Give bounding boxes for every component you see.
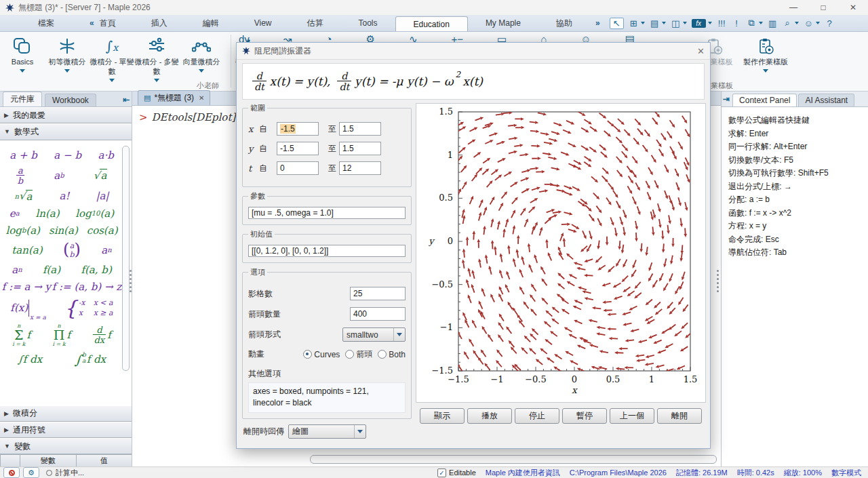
chevron-down-icon[interactable]	[759, 22, 763, 24]
save-file-button[interactable]: ◫	[669, 18, 688, 29]
expand-panel-icon[interactable]: ⇥	[723, 94, 730, 104]
palette-item-4-2[interactable]: cos(a)	[87, 224, 118, 237]
palette-item-9-0[interactable]: nΣi = kf	[12, 323, 31, 347]
palette-item-5-1[interactable]: (ab)	[63, 241, 81, 259]
select-tool-button[interactable]: ↖	[608, 17, 625, 30]
palette-item-3-1[interactable]: ln(a)	[35, 207, 59, 220]
tutor-item-calculus-multi[interactable]: 微積分 - 多變數	[134, 35, 179, 82]
menu-item-3[interactable]: 編輯	[185, 15, 237, 31]
make-assignment-template-item[interactable]: 製作作業樣版	[736, 35, 795, 73]
chevron-down-icon[interactable]	[662, 22, 666, 24]
open-file-button[interactable]: ▤	[648, 18, 667, 29]
initial-values-field[interactable]: [[0, 1.2, 0], [0, 0, 1.2]]	[248, 245, 406, 257]
worksheet-tab[interactable]: ▤ *無標題 (3) ✕	[138, 90, 210, 105]
menu-item-0[interactable]: 檔案	[20, 15, 72, 31]
section-math[interactable]: ▼ 數學式	[0, 123, 132, 140]
menu-item-8[interactable]: My Maple	[468, 15, 538, 31]
execute-fx-button[interactable]: fx	[690, 18, 713, 28]
palette-item-5-2[interactable]: an	[101, 244, 111, 256]
account-button[interactable]: ☺	[802, 18, 821, 29]
palette-item-8-1[interactable]: {-xx < axx ≥ a	[64, 298, 113, 319]
plot-button-3[interactable]: 暫停	[562, 408, 607, 424]
paste-button[interactable]: ▥	[766, 18, 779, 29]
section-calculus[interactable]: ▶ 微積分	[0, 405, 132, 422]
chevron-down-icon[interactable]	[763, 69, 768, 73]
sidebar-tab-0[interactable]: 元件庫	[3, 92, 42, 106]
dialog-close-icon[interactable]: ✕	[697, 46, 705, 56]
section-favorites[interactable]: ▶ 我的最愛	[0, 107, 132, 123]
chevron-down-icon[interactable]	[641, 22, 645, 24]
return-on-exit-select[interactable]: 繪圖	[288, 424, 366, 439]
chevron-down-icon[interactable]	[154, 79, 159, 82]
tutor-item-elementary-calculus[interactable]: 初等微積分	[45, 35, 90, 73]
plot-button-4[interactable]: 上一個	[610, 408, 654, 424]
tutor-item-basics[interactable]: Basics	[0, 35, 45, 73]
palette-item-1-0[interactable]: ab	[16, 166, 24, 185]
menu-overflow-icon[interactable]: »	[590, 15, 606, 31]
palette-item-2-0[interactable]: n√a	[14, 190, 33, 203]
editable-toggle[interactable]: ✓Editable	[437, 469, 476, 477]
plot-button-5[interactable]: 離開	[657, 408, 702, 424]
parameters-field[interactable]: [mu = .5, omega = 1.0]	[248, 207, 406, 219]
animate-radio-1[interactable]: 箭頭	[345, 348, 372, 360]
tutor-item-calculus-single[interactable]: ∫x微積分 - 單變數	[90, 35, 134, 82]
maximize-button[interactable]: □	[808, 0, 838, 15]
dialog-title-bar[interactable]: 阻尼簡諧振盪器 ✕	[237, 43, 710, 60]
palette-item-5-0[interactable]: tan(a)	[12, 244, 42, 256]
palette-item-0-0[interactable]: a + b	[9, 149, 37, 161]
menu-item-5[interactable]: 估算	[289, 15, 340, 31]
palette-item-10-1[interactable]: ∫baf dx	[75, 352, 106, 367]
palette-item-7-0[interactable]: f := a → y	[2, 281, 51, 293]
other-options-field[interactable]: axes = boxed, numpoints = 121, linecolor…	[248, 382, 406, 413]
context-tab-0[interactable]: Context Panel	[732, 94, 797, 106]
arrow-count-field[interactable]: 400	[350, 307, 406, 321]
range-y-from-field[interactable]: -1.5	[277, 142, 319, 155]
range-y-to-field[interactable]: 1.5	[339, 142, 381, 155]
palette-item-9-2[interactable]: ddxf	[93, 325, 111, 344]
zoom-status[interactable]: 縮放: 100%	[784, 468, 822, 478]
menu-item-7[interactable]: Education	[395, 16, 468, 31]
chevron-down-icon[interactable]	[708, 22, 712, 24]
section-common-symbols[interactable]: ▶ 通用符號	[0, 422, 132, 438]
palette-item-7-1[interactable]: f := (a, b) → z	[52, 281, 122, 293]
horizontal-scrollbar[interactable]	[310, 455, 717, 464]
chevron-down-icon[interactable]	[20, 69, 25, 73]
palette-item-2-1[interactable]: a!	[59, 190, 69, 202]
tab-close-icon[interactable]: ✕	[199, 94, 204, 102]
user-info-link[interactable]: Maple 內建使用者資訊	[486, 468, 560, 478]
chevron-down-icon[interactable]	[199, 69, 204, 73]
close-button[interactable]: ✕	[838, 0, 868, 15]
animate-radio-2[interactable]: Both	[378, 350, 406, 359]
context-tab-1[interactable]: AI Assistant	[798, 94, 854, 106]
palette-item-0-2[interactable]: a·b	[98, 149, 113, 161]
context-drag-handle[interactable]	[716, 270, 719, 292]
palette-item-6-1[interactable]: f(a)	[43, 264, 60, 276]
palette-item-0-1[interactable]: a − b	[54, 149, 81, 161]
chevron-down-icon[interactable]	[109, 79, 115, 82]
plot-button-0[interactable]: 顯示	[420, 408, 465, 424]
debug-button[interactable]: ⚙	[23, 467, 39, 478]
palette-item-4-0[interactable]: logb(a)	[5, 224, 40, 237]
range-t-to-field[interactable]: 12	[339, 161, 381, 175]
chevron-down-icon[interactable]	[683, 22, 687, 24]
palette-item-4-1[interactable]: sin(a)	[49, 224, 78, 237]
palette-item-3-0[interactable]: ea	[9, 207, 20, 220]
tutor-item-vector-calculus[interactable]: 向量微積分	[179, 35, 224, 73]
range-x-to-field[interactable]: 1.5	[339, 122, 381, 136]
range-x-from-field[interactable]: -1.5	[277, 122, 319, 136]
range-t-from-field[interactable]: 0	[277, 161, 319, 175]
palette-item-8-0[interactable]: f(x)x = a	[10, 300, 45, 317]
palette-item-1-1[interactable]: ab	[54, 170, 64, 182]
interrupt-button[interactable]	[3, 467, 20, 478]
palette-item-2-2[interactable]: |a|	[96, 190, 108, 202]
help-button[interactable]: ?	[823, 18, 836, 29]
copy-button[interactable]: ⧉	[745, 17, 764, 29]
sidebar-drag-handle[interactable]	[129, 270, 132, 292]
minimize-button[interactable]: —	[778, 0, 808, 15]
collapse-menu-icon[interactable]: «	[90, 18, 94, 28]
frames-field[interactable]: 25	[350, 287, 406, 300]
palette-scrollbar[interactable]	[122, 146, 130, 371]
install-path-link[interactable]: C:\Program Files\Maple 2026	[570, 469, 667, 477]
new-document-button[interactable]: ⊞	[627, 18, 646, 29]
execute-all-button[interactable]: !!!	[715, 18, 728, 29]
